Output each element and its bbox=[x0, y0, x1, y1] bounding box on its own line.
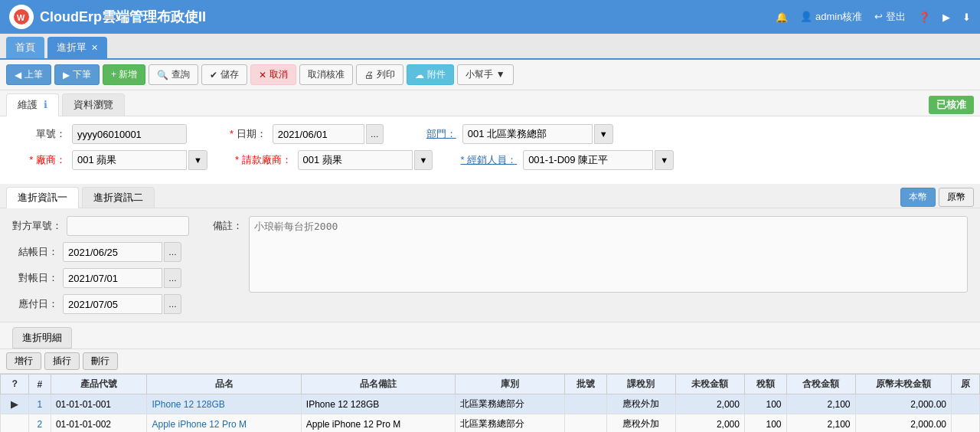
memo-textarea[interactable] bbox=[249, 216, 968, 293]
query-button[interactable]: 🔍 查詢 bbox=[149, 64, 198, 85]
date-input-wrap: … bbox=[273, 124, 384, 144]
table-toolbar: 增行 插行 刪行 bbox=[0, 349, 980, 374]
user-profile[interactable]: 👤 admin核准 bbox=[800, 10, 862, 24]
col-taxed: 含稅金額 bbox=[786, 375, 855, 394]
delete-row-btn[interactable]: 刪行 bbox=[83, 352, 118, 370]
col-untaxed: 未稅金額 bbox=[675, 375, 744, 394]
video-icon[interactable]: ▶ bbox=[942, 11, 950, 23]
sub-tabs: 進折資訊一 進折資訊二 本幣 原幣 bbox=[0, 184, 980, 208]
date-label: 日期： bbox=[230, 127, 266, 141]
credit-vendor-select-wrap: ▼ bbox=[298, 150, 433, 170]
due-date-field: 應付日： … bbox=[12, 294, 189, 314]
print-button[interactable]: 🖨 列印 bbox=[356, 64, 403, 85]
new-button[interactable]: + 新增 bbox=[103, 64, 145, 85]
vendor-input[interactable] bbox=[72, 150, 187, 170]
download-icon[interactable]: ⬇ bbox=[962, 11, 971, 23]
next-button[interactable]: ▶ 下筆 bbox=[54, 64, 100, 85]
add-row-btn[interactable]: 增行 bbox=[6, 352, 41, 370]
due-date-wrap: … bbox=[63, 294, 181, 314]
due-date-picker-btn[interactable]: … bbox=[164, 294, 181, 314]
billing-date-input[interactable] bbox=[63, 242, 162, 262]
prev-button[interactable]: ◀ 上筆 bbox=[6, 64, 51, 85]
detail-table: ？ # 產品代號 品名 品名備註 庫別 批號 課稅別 未稅金額 稅額 含稅金額 … bbox=[0, 374, 980, 432]
bell-icon[interactable]: 🔔 bbox=[776, 11, 788, 23]
cloud-icon: ☁ bbox=[415, 70, 424, 80]
reconcile-date-picker-btn[interactable]: … bbox=[164, 268, 181, 288]
orig-currency-btn[interactable]: 原幣 bbox=[939, 188, 974, 207]
info-icon: ℹ bbox=[44, 99, 47, 110]
col-tax-type: 課稅別 bbox=[606, 375, 675, 394]
salesperson-label[interactable]: * 經銷人員： bbox=[460, 153, 517, 167]
top-nav-actions: 🔔 👤 admin核准 ↩ 登出 ❓ ▶ ⬇ bbox=[776, 10, 971, 24]
cancel-approve-button[interactable]: 取消核准 bbox=[299, 64, 353, 85]
search-icon: 🔍 bbox=[157, 70, 168, 80]
col-warehouse: 庫別 bbox=[456, 375, 565, 394]
dept-label[interactable]: 部門： bbox=[426, 127, 456, 141]
detail-left-col: 對方單號： 結帳日： … 對帳日： … 應付日： bbox=[12, 216, 189, 314]
salesperson-dropdown-btn[interactable]: ▼ bbox=[655, 150, 674, 170]
vendor-select-wrap: ▼ bbox=[72, 150, 207, 170]
table-row[interactable]: ▶101-01-01-001IPhone 12 128GBIPhone 12 1… bbox=[1, 394, 980, 414]
reconcile-date-wrap: … bbox=[63, 268, 181, 288]
memo-label: 備註： bbox=[212, 216, 243, 233]
cancel-icon: ✕ bbox=[259, 70, 266, 80]
save-button[interactable]: ✔ 儲存 bbox=[201, 64, 247, 85]
date-picker-btn[interactable]: … bbox=[366, 124, 384, 144]
tab-maintain[interactable]: 維護 ℹ bbox=[6, 93, 59, 116]
form-area: 單號： 日期： … 部門： ▼ * 廠商： ▼ * 請款廠商： ▼ * 經銷人員… bbox=[0, 116, 980, 184]
col-question: ？ bbox=[1, 375, 29, 394]
tab-close-icon[interactable]: ✕ bbox=[91, 43, 98, 53]
billing-date-field: 結帳日： … bbox=[12, 242, 189, 262]
table-header-row: ？ # 產品代號 品名 品名備註 庫別 批號 課稅別 未稅金額 稅額 含稅金額 … bbox=[1, 375, 980, 394]
sub-tab-info2[interactable]: 進折資訊二 bbox=[82, 187, 155, 208]
counterpart-no-label: 對方單號： bbox=[12, 219, 62, 233]
panel-tabs: 維護 ℹ 資料瀏覽 已核准 bbox=[0, 90, 980, 116]
tab-home[interactable]: 首頁 bbox=[6, 37, 44, 58]
logo-icon: W bbox=[9, 5, 34, 29]
local-currency-btn[interactable]: 本幣 bbox=[900, 188, 936, 207]
counterpart-no-input[interactable] bbox=[67, 216, 189, 236]
dept-dropdown-btn[interactable]: ▼ bbox=[594, 124, 613, 144]
date-input[interactable] bbox=[273, 124, 364, 144]
insert-row-btn[interactable]: 插行 bbox=[44, 352, 80, 370]
credit-vendor-input[interactable] bbox=[298, 150, 413, 170]
sub-tab-info1[interactable]: 進折資訊一 bbox=[6, 187, 79, 208]
col-tax: 稅額 bbox=[744, 375, 786, 394]
help-icon[interactable]: ❓ bbox=[918, 11, 930, 23]
tab-purchase-return[interactable]: 進折單 ✕ bbox=[47, 37, 107, 58]
attach-button[interactable]: ☁ 附件 bbox=[407, 64, 454, 85]
order-no-input[interactable] bbox=[72, 124, 187, 144]
col-orig: 原 bbox=[951, 375, 979, 394]
print-icon: 🖨 bbox=[364, 70, 374, 80]
counterpart-field: 對方單號： bbox=[12, 216, 189, 236]
billing-date-picker-btn[interactable]: … bbox=[164, 242, 181, 262]
billing-date-wrap: … bbox=[63, 242, 181, 262]
status-badge: 已核准 bbox=[929, 96, 974, 114]
vendor-dropdown-btn[interactable]: ▼ bbox=[188, 150, 207, 170]
logout-btn[interactable]: ↩ 登出 bbox=[874, 10, 906, 24]
helper-button[interactable]: 小幫手 ▼ bbox=[457, 64, 513, 85]
salesperson-input[interactable] bbox=[523, 150, 653, 170]
top-navbar: W CloudErp雲端管理布政使II 🔔 👤 admin核准 ↩ 登出 ❓ ▶… bbox=[0, 0, 980, 34]
dept-select-wrap: ▼ bbox=[462, 124, 613, 144]
table-row[interactable]: 201-01-01-002Apple iPhone 12 Pro MApple … bbox=[1, 414, 980, 433]
col-product-code: 產品代號 bbox=[51, 375, 147, 394]
cancel-button[interactable]: ✕ 取消 bbox=[250, 64, 296, 85]
check-icon: ✔ bbox=[210, 70, 217, 80]
col-orig-untaxed: 原幣未稅金額 bbox=[855, 375, 951, 394]
prev-arrow-icon: ◀ bbox=[15, 70, 21, 80]
reconcile-date-field: 對帳日： … bbox=[12, 268, 189, 288]
reconcile-date-input[interactable] bbox=[63, 268, 162, 288]
tab-home-label: 首頁 bbox=[15, 41, 35, 54]
detail-section-tab: 進折明細 bbox=[12, 327, 72, 349]
due-date-label: 應付日： bbox=[12, 297, 58, 311]
app-logo: W CloudErp雲端管理布政使II bbox=[9, 5, 768, 29]
tab-purchase-return-label: 進折單 bbox=[57, 41, 87, 54]
col-batch: 批號 bbox=[565, 375, 607, 394]
due-date-input[interactable] bbox=[63, 294, 162, 314]
tab-data-browse[interactable]: 資料瀏覽 bbox=[62, 93, 125, 116]
credit-vendor-dropdown-btn[interactable]: ▼ bbox=[414, 150, 433, 170]
toolbar: ◀ 上筆 ▶ 下筆 + 新增 🔍 查詢 ✔ 儲存 ✕ 取消 取消核准 🖨 列印 … bbox=[0, 60, 980, 90]
tab-bar: 首頁 進折單 ✕ bbox=[0, 34, 980, 60]
dept-input[interactable] bbox=[462, 124, 593, 144]
